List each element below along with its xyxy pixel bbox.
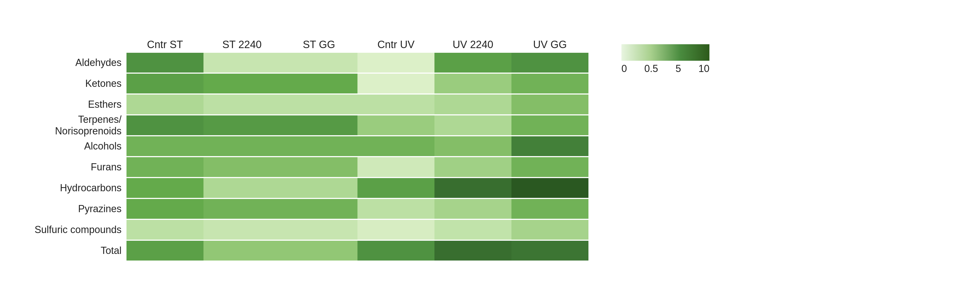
table-row: Ketones (11, 74, 589, 94)
chart-container: Cntr STST 2240ST GGCntr UVUV 2240UV GG A… (11, 39, 710, 261)
cell-5-4 (434, 157, 511, 177)
cell-4-3 (358, 136, 434, 156)
cell-1-2 (280, 74, 358, 94)
legend-area: 00.5510 (621, 44, 710, 75)
cell-6-2 (280, 178, 358, 198)
cell-9-5 (511, 241, 589, 261)
cell-6-0 (126, 178, 204, 198)
legend-label-3: 10 (698, 63, 710, 75)
cell-7-1 (204, 199, 280, 219)
cell-7-5 (511, 199, 589, 219)
table-row: Hydrocarbons (11, 178, 589, 198)
cell-4-2 (280, 136, 358, 156)
cell-6-1 (204, 178, 280, 198)
col-header-2: ST GG (280, 39, 358, 51)
cell-2-0 (126, 95, 204, 115)
table-row: Terpenes/ Norisoprenoids (11, 115, 589, 135)
row-label-2: Esthers (11, 95, 126, 115)
cell-4-5 (511, 136, 589, 156)
col-header-1: ST 2240 (204, 39, 280, 51)
cell-6-5 (511, 178, 589, 198)
table-row: Furans (11, 157, 589, 177)
cell-5-2 (280, 157, 358, 177)
row-label-5: Furans (11, 157, 126, 177)
cell-7-0 (126, 199, 204, 219)
col-header-4: UV 2240 (434, 39, 511, 51)
cell-8-4 (434, 220, 511, 240)
row-label-9: Total (11, 241, 126, 261)
table-row: Sulfuric compounds (11, 220, 589, 240)
cell-2-4 (434, 95, 511, 115)
cell-0-3 (358, 53, 434, 73)
table-row: Alcohols (11, 136, 589, 156)
legend-label-0: 0 (621, 63, 627, 75)
cell-3-2 (280, 115, 358, 135)
col-header-0: Cntr ST (126, 39, 204, 51)
cell-1-5 (511, 74, 589, 94)
row-label-8: Sulfuric compounds (11, 220, 126, 240)
cell-4-1 (204, 136, 280, 156)
cell-5-0 (126, 157, 204, 177)
cell-9-0 (126, 241, 204, 261)
table-row: Aldehydes (11, 53, 589, 73)
row-label-3: Terpenes/ Norisoprenoids (11, 115, 126, 135)
cell-5-5 (511, 157, 589, 177)
cell-0-2 (280, 53, 358, 73)
cell-0-1 (204, 53, 280, 73)
cell-3-3 (358, 115, 434, 135)
cell-1-1 (204, 74, 280, 94)
cell-0-0 (126, 53, 204, 73)
cell-9-3 (358, 241, 434, 261)
cell-1-3 (358, 74, 434, 94)
cell-3-5 (511, 115, 589, 135)
cell-0-5 (511, 53, 589, 73)
cell-8-5 (511, 220, 589, 240)
cell-9-4 (434, 241, 511, 261)
row-label-0: Aldehydes (11, 53, 126, 73)
legend-label-2: 5 (676, 63, 681, 75)
cell-5-1 (204, 157, 280, 177)
row-label-6: Hydrocarbons (11, 178, 126, 198)
cell-8-1 (204, 220, 280, 240)
cell-3-0 (126, 115, 204, 135)
cell-2-3 (358, 95, 434, 115)
cell-8-3 (358, 220, 434, 240)
cell-1-4 (434, 74, 511, 94)
cell-7-3 (358, 199, 434, 219)
table-row: Total (11, 241, 589, 261)
cell-3-1 (204, 115, 280, 135)
legend-labels: 00.5510 (621, 63, 710, 75)
cell-6-3 (358, 178, 434, 198)
col-header-5: UV GG (511, 39, 589, 51)
table-row: Esthers (11, 95, 589, 115)
cell-7-4 (434, 199, 511, 219)
cell-4-0 (126, 136, 204, 156)
cell-6-4 (434, 178, 511, 198)
row-label-1: Ketones (11, 74, 126, 94)
cell-3-4 (434, 115, 511, 135)
cell-9-1 (204, 241, 280, 261)
legend-gradient (621, 44, 710, 61)
row-label-7: Pyrazines (11, 199, 126, 219)
cell-8-0 (126, 220, 204, 240)
cell-8-2 (280, 220, 358, 240)
cell-5-3 (358, 157, 434, 177)
column-headers: Cntr STST 2240ST GGCntr UVUV 2240UV GG (126, 39, 589, 51)
cell-2-5 (511, 95, 589, 115)
legend-label-1: 0.5 (644, 63, 658, 75)
data-rows: AldehydesKetonesEsthersTerpenes/ Norisop… (11, 53, 589, 261)
heatmap-area: Cntr STST 2240ST GGCntr UVUV 2240UV GG A… (11, 39, 589, 261)
cell-4-4 (434, 136, 511, 156)
cell-7-2 (280, 199, 358, 219)
cell-2-2 (280, 95, 358, 115)
col-header-3: Cntr UV (358, 39, 434, 51)
row-label-4: Alcohols (11, 136, 126, 156)
cell-0-4 (434, 53, 511, 73)
cell-9-2 (280, 241, 358, 261)
table-row: Pyrazines (11, 199, 589, 219)
cell-1-0 (126, 74, 204, 94)
cell-2-1 (204, 95, 280, 115)
